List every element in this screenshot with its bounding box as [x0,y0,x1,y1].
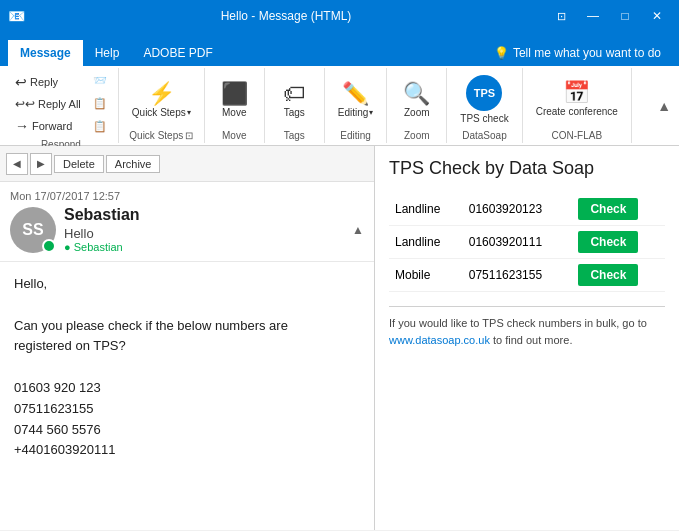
tps-panel: TPS Check by Data Soap Landline 01603920… [375,146,679,530]
avatar-initials: SS [22,221,43,239]
quick-steps-label: Quick Steps ▾ [132,107,191,118]
datasoap-label: DataSoap [462,130,506,141]
app-icon: 📧 [8,8,25,24]
tab-help[interactable]: Help [83,40,132,66]
respond-icon-3[interactable]: 📋 [88,116,112,137]
editing-button[interactable]: ✏️ Editing ▾ [331,78,381,121]
conflab-inner: 📅 Create conference [529,70,625,128]
minimize-ribbon-button[interactable]: ▲ [653,68,675,143]
phone-number-2: 07511623155 [14,399,360,420]
quick-steps-button[interactable]: ⚡ Quick Steps ▾ [125,78,198,121]
respond-group: ↩ Reply ↩↩ Reply All → Forward 📨 📋 [4,68,119,143]
lightbulb-icon: 💡 [494,46,509,60]
tags-label: Tags [284,130,305,141]
zoom-group: 🔍 Zoom Zoom [387,68,447,143]
sender-status: ● Sebastian [64,241,140,253]
move-icon: ⬛ [221,81,248,107]
tell-me-area[interactable]: 💡 Tell me what you want to do [484,40,671,66]
close-button[interactable]: ✕ [643,5,671,27]
main-area: ◀ ▶ Delete Archive Mon 17/07/2017 12:57 … [0,146,679,530]
row1-type: Landline [389,193,463,226]
forward-button[interactable]: → Forward [10,115,86,137]
zoom-label: Zoom [404,107,430,118]
tps-title: TPS Check by Data Soap [389,158,665,179]
title-bar-left: 📧 [8,8,25,24]
respond-buttons: ↩ Reply ↩↩ Reply All → Forward 📨 📋 [10,70,112,137]
respond-icon-2[interactable]: 📋 [88,93,112,114]
tags-label: Tags [284,107,305,118]
create-conference-button[interactable]: 📅 Create conference [529,77,625,121]
online-badge [42,239,56,253]
check-button-1[interactable]: Check [578,198,638,220]
respond-extra: 📨 📋 📋 [88,70,112,137]
row2-number: 01603920111 [463,226,573,259]
move-button[interactable]: ⬛ Move [214,78,255,121]
email-date: Mon 17/07/2017 12:57 [10,190,364,202]
email-body: Hello, Can you please check if the below… [0,262,374,530]
reply-button[interactable]: ↩ Reply [10,71,86,93]
tags-icon: 🏷 [283,81,305,107]
minimize-button[interactable]: — [579,5,607,27]
editing-group-label: Editing [340,130,371,141]
datasoap-link[interactable]: www.datasoap.co.uk [389,334,490,346]
table-row: Mobile 07511623155 Check [389,259,665,292]
reply-all-label: Reply All [38,98,81,110]
tps-icon: TPS [466,75,502,111]
email-paragraph: Can you please check if the below number… [14,316,360,358]
sender-info: Sebastian Hello ● Sebastian [64,206,140,253]
reply-all-icon: ↩↩ [15,97,35,111]
tab-adobe[interactable]: ADOBE PDF [131,40,224,66]
sender-name: Sebastian [64,206,140,224]
datasoap-group: TPS TPS check DataSoap [447,68,522,143]
conference-label: Create conference [536,106,618,118]
row1-number: 01603920123 [463,193,573,226]
editing-label: Editing ▾ [338,107,374,118]
zoom-button[interactable]: 🔍 Zoom [396,78,437,121]
delete-button[interactable]: Delete [54,155,104,173]
tags-inner: 🏷 Tags [276,70,312,128]
tags-button[interactable]: 🏷 Tags [276,78,312,121]
nav-forward-button[interactable]: ▶ [30,153,52,175]
reply-all-button[interactable]: ↩↩ Reply All [10,94,86,114]
maximize-button[interactable]: □ [611,5,639,27]
quick-steps-label: Quick Steps ⊡ [129,130,193,141]
editing-icon: ✏️ [342,81,369,107]
email-greeting: Hello, [14,274,360,295]
move-label: Move [222,107,246,118]
email-meta: Mon 17/07/2017 12:57 SS Sebastian Hello … [0,182,374,262]
nav-back-button[interactable]: ◀ [6,153,28,175]
footer-text: If you would like to TPS check numbers i… [389,317,647,329]
table-row: Landline 01603920111 Check [389,226,665,259]
quick-steps-inner: ⚡ Quick Steps ▾ [125,70,198,128]
row2-type: Landline [389,226,463,259]
editing-chevron: ▾ [369,108,373,117]
tps-check-label: TPS check [460,113,508,124]
move-label: Move [222,130,246,141]
archive-button[interactable]: Archive [106,155,161,173]
zoom-group-label: Zoom [404,130,430,141]
respond-icon-1[interactable]: 📨 [88,70,112,91]
tab-message[interactable]: Message [8,40,83,66]
respond-icon-2-img: 📋 [93,97,107,110]
quick-steps-icon: ⚡ [148,81,175,107]
quick-steps-chevron: ▾ [187,108,191,117]
forward-label: Forward [32,120,72,132]
quick-steps-group: ⚡ Quick Steps ▾ Quick Steps ⊡ [119,68,205,143]
row3-check-cell: Check [572,259,665,292]
window-title: Hello - Message (HTML) [25,9,547,23]
datasoap-inner: TPS TPS check [453,70,515,128]
collapse-button[interactable]: ▲ [352,223,364,237]
conflab-label: CON-FLAB [552,130,603,141]
check-button-3[interactable]: Check [578,264,638,286]
editing-inner: ✏️ Editing ▾ [331,70,381,128]
check-button-2[interactable]: Check [578,231,638,253]
table-row: Landline 01603920123 Check [389,193,665,226]
respond-icon-3-img: 📋 [93,120,107,133]
email-header-row: SS Sebastian Hello ● Sebastian ▲ [10,206,364,253]
reply-label: Reply [30,76,58,88]
tps-check-button[interactable]: TPS TPS check [453,72,515,127]
quick-steps-expand[interactable]: ⊡ [185,130,193,141]
zoom-inner: 🔍 Zoom [396,70,437,128]
restore-button[interactable]: ⊡ [547,5,575,27]
ribbon-nav: Message Help ADOBE PDF 💡 Tell me what yo… [0,32,679,66]
